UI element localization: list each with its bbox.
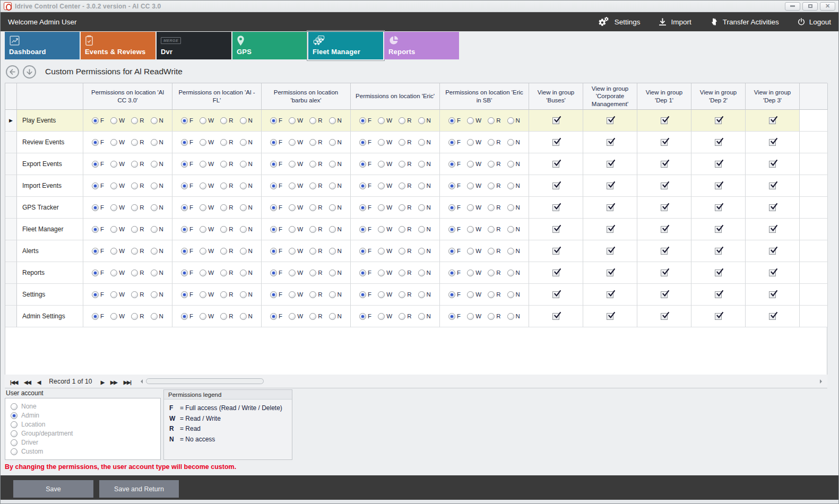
permission-radio-N[interactable]: N	[329, 291, 342, 298]
permission-radio-F[interactable]: F	[270, 313, 282, 320]
group-checkbox[interactable]	[769, 139, 776, 146]
permission-radio-W[interactable]: W	[110, 139, 125, 146]
permission-radio-R[interactable]: R	[220, 139, 233, 146]
permission-radio-F[interactable]: F	[92, 248, 104, 255]
group-checkbox[interactable]	[607, 291, 613, 298]
group-checkbox[interactable]	[661, 248, 668, 255]
permission-radio-R[interactable]: R	[488, 117, 500, 124]
group-checkbox[interactable]	[661, 139, 668, 146]
permission-radio-W[interactable]: W	[200, 313, 214, 320]
permission-radio-R[interactable]: R	[309, 139, 322, 146]
group-checkbox[interactable]	[607, 139, 613, 146]
permission-radio-W[interactable]: W	[378, 313, 392, 320]
permission-radio-R[interactable]: R	[131, 248, 144, 255]
permission-radio-F[interactable]: F	[359, 204, 371, 211]
permission-radio-F[interactable]: F	[270, 183, 282, 189]
permission-radio-W[interactable]: W	[378, 291, 392, 298]
group-checkbox[interactable]	[769, 117, 776, 124]
permission-radio-F[interactable]: F	[359, 291, 371, 298]
row-label[interactable]: Reports	[17, 262, 83, 284]
group-checkbox[interactable]	[661, 183, 668, 189]
permission-radio-W[interactable]: W	[200, 270, 214, 276]
scroll-right-icon[interactable]	[820, 379, 824, 384]
permission-radio-F[interactable]: F	[270, 270, 282, 276]
permission-radio-W[interactable]: W	[378, 161, 392, 168]
permission-radio-N[interactable]: N	[151, 183, 163, 189]
permission-radio-N[interactable]: N	[240, 161, 253, 168]
permission-radio-N[interactable]: N	[418, 291, 431, 298]
permission-radio-N[interactable]: N	[507, 226, 520, 233]
group-checkbox[interactable]	[552, 248, 559, 255]
permission-radio-W[interactable]: W	[289, 139, 303, 146]
permission-radio-R[interactable]: R	[220, 204, 233, 211]
permission-radio-N[interactable]: N	[329, 270, 342, 276]
permission-radio-N[interactable]: N	[151, 204, 163, 211]
permission-radio-W[interactable]: W	[289, 291, 303, 298]
permission-radio-R[interactable]: R	[220, 117, 233, 124]
permission-radio-W[interactable]: W	[200, 226, 214, 233]
group-checkbox[interactable]	[661, 161, 668, 168]
permission-radio-W[interactable]: W	[110, 270, 125, 276]
permission-radio-N[interactable]: N	[240, 226, 253, 233]
prev-page-button[interactable]: ◀◀	[21, 379, 34, 385]
permission-radio-F[interactable]: F	[359, 183, 371, 189]
permission-radio-W[interactable]: W	[378, 270, 392, 276]
permission-radio-R[interactable]: R	[131, 139, 144, 146]
permission-radio-N[interactable]: N	[418, 139, 431, 146]
group-checkbox[interactable]	[769, 204, 776, 211]
permission-radio-F[interactable]: F	[181, 204, 193, 211]
permission-radio-R[interactable]: R	[309, 161, 322, 168]
permission-radio-F[interactable]: F	[270, 204, 282, 211]
group-checkbox[interactable]	[607, 226, 613, 233]
permission-radio-F[interactable]: F	[181, 183, 193, 189]
permission-radio-N[interactable]: N	[418, 270, 431, 276]
maximize-button[interactable]	[802, 2, 818, 11]
permission-radio-R[interactable]: R	[488, 204, 500, 211]
permission-radio-R[interactable]: R	[220, 313, 233, 320]
scroll-left-icon[interactable]	[139, 379, 143, 384]
permission-radio-N[interactable]: N	[329, 139, 342, 146]
prev-record-button[interactable]: ◀	[34, 379, 44, 385]
permission-radio-R[interactable]: R	[220, 248, 233, 255]
group-checkbox[interactable]	[607, 183, 613, 189]
permission-radio-F[interactable]: F	[448, 291, 461, 298]
row-label[interactable]: Import Events	[17, 175, 83, 197]
permission-radio-N[interactable]: N	[240, 139, 253, 146]
permission-radio-N[interactable]: N	[329, 226, 342, 233]
permission-radio-F[interactable]: F	[181, 313, 193, 320]
account-type-option-location[interactable]: Location	[11, 421, 155, 428]
permission-radio-W[interactable]: W	[200, 161, 214, 168]
tab-fleet-manager[interactable]: Fleet Manager	[308, 32, 383, 59]
permission-radio-R[interactable]: R	[309, 117, 322, 124]
permission-radio-F[interactable]: F	[92, 204, 104, 211]
permission-radio-R[interactable]: R	[220, 183, 233, 189]
permission-radio-F[interactable]: F	[181, 291, 193, 298]
group-checkbox[interactable]	[661, 313, 668, 320]
group-checkbox[interactable]	[715, 117, 722, 124]
group-checkbox[interactable]	[552, 183, 559, 189]
permission-radio-W[interactable]: W	[110, 226, 125, 233]
permission-radio-W[interactable]: W	[467, 139, 481, 146]
permission-radio-W[interactable]: W	[378, 226, 392, 233]
permission-radio-R[interactable]: R	[399, 248, 411, 255]
permission-radio-R[interactable]: R	[220, 226, 233, 233]
permission-radio-W[interactable]: W	[378, 204, 392, 211]
group-checkbox[interactable]	[715, 204, 722, 211]
permission-radio-R[interactable]: R	[131, 117, 144, 124]
import-button[interactable]: Import	[658, 18, 691, 27]
permission-radio-N[interactable]: N	[507, 291, 520, 298]
permission-radio-R[interactable]: R	[399, 270, 411, 276]
row-label[interactable]: Review Events	[17, 132, 83, 153]
permission-radio-F[interactable]: F	[448, 204, 461, 211]
permission-radio-F[interactable]: F	[448, 226, 461, 233]
permission-radio-W[interactable]: W	[467, 313, 481, 320]
row-label[interactable]: Fleet Manager	[17, 219, 83, 240]
permission-radio-W[interactable]: W	[378, 183, 392, 189]
row-label[interactable]: Play Events	[17, 110, 83, 132]
permission-radio-F[interactable]: F	[270, 161, 282, 168]
permission-radio-W[interactable]: W	[289, 226, 303, 233]
permission-radio-N[interactable]: N	[151, 291, 163, 298]
permission-radio-W[interactable]: W	[378, 117, 392, 124]
permission-radio-W[interactable]: W	[110, 161, 125, 168]
group-checkbox[interactable]	[769, 313, 776, 320]
